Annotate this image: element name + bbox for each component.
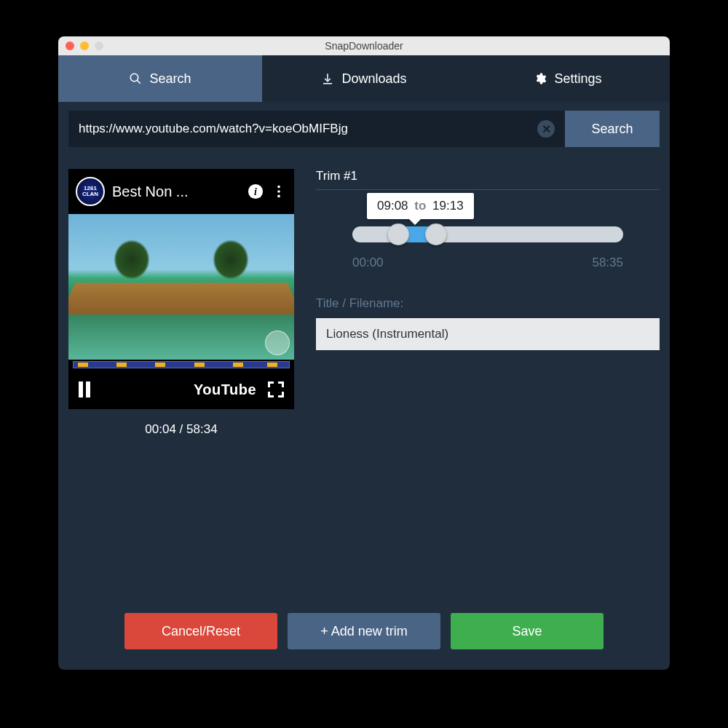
youtube-logo[interactable]: YouTube (194, 381, 256, 398)
main-tabs: Search Downloads Settings (58, 55, 670, 102)
trim-from-value: 09:08 (377, 199, 408, 213)
window-title: SnapDownloader (58, 40, 670, 52)
trim-slider-labels: 00:00 58:35 (352, 256, 623, 270)
svg-text:i: i (254, 186, 257, 197)
titlebar: SnapDownloader (58, 36, 670, 55)
info-icon[interactable]: i (248, 183, 264, 199)
more-icon[interactable] (271, 183, 287, 199)
footer-actions: Cancel/Reset + Add new trim Save (58, 597, 670, 670)
video-progress[interactable] (68, 360, 294, 370)
video-player[interactable]: 1261CLAN Best Non ... i (68, 169, 294, 409)
trim-range-tooltip: 09:08 to 19:13 (367, 193, 474, 219)
tab-search-label: Search (149, 71, 191, 87)
clear-url-button[interactable]: ✕ (537, 120, 555, 138)
close-icon: ✕ (542, 122, 551, 136)
svg-point-4 (277, 186, 280, 189)
tab-downloads[interactable]: Downloads (262, 55, 466, 102)
search-icon (129, 72, 142, 85)
player-controls: YouTube (68, 370, 294, 409)
svg-point-5 (277, 190, 280, 193)
gear-icon (534, 72, 547, 85)
search-bar: ✕ Search (68, 111, 660, 147)
trim-end-label: 58:35 (592, 256, 623, 270)
trim-handle-end[interactable] (425, 223, 447, 245)
trim-panel: Trim #1 09:08 to 19:13 00:00 58:35 Title (316, 169, 660, 597)
video-time-text: 00:04 / 58:34 (68, 422, 294, 437)
channel-avatar[interactable]: 1261CLAN (76, 177, 105, 206)
svg-line-1 (138, 80, 141, 84)
download-icon (321, 72, 334, 85)
content-area: 1261CLAN Best Non ... i (58, 154, 670, 597)
video-preview-column: 1261CLAN Best Non ... i (68, 169, 294, 597)
svg-point-6 (277, 195, 280, 198)
video-title: Best Non ... (112, 183, 240, 200)
trim-slider-track[interactable] (352, 226, 623, 242)
trim-handle-start[interactable] (387, 223, 409, 245)
url-input[interactable] (79, 122, 537, 136)
cancel-reset-button[interactable]: Cancel/Reset (124, 613, 277, 649)
player-header: 1261CLAN Best Non ... i (68, 169, 294, 214)
svg-point-0 (131, 74, 139, 82)
title-field-label: Title / Filename: (316, 296, 660, 311)
add-new-trim-button[interactable]: + Add new trim (288, 613, 440, 649)
fullscreen-icon[interactable] (268, 381, 284, 397)
trim-to-value: 19:13 (432, 199, 464, 213)
save-button[interactable]: Save (451, 613, 604, 649)
trim-slider-area: 09:08 to 19:13 00:00 58:35 (316, 226, 660, 270)
tab-settings[interactable]: Settings (466, 55, 670, 102)
video-thumbnail[interactable] (68, 214, 294, 360)
search-button[interactable]: Search (565, 111, 660, 147)
tab-downloads-label: Downloads (341, 71, 406, 87)
tab-settings-label: Settings (554, 71, 601, 87)
app-window: SnapDownloader Search Downloads Settings… (58, 36, 670, 670)
channel-watermark-icon (265, 331, 290, 355)
pause-icon[interactable] (79, 381, 90, 397)
title-input[interactable] (316, 318, 660, 350)
trim-heading: Trim #1 (316, 169, 660, 190)
trim-to-label: to (414, 199, 426, 213)
trim-start-label: 00:00 (352, 256, 384, 270)
url-input-wrap: ✕ (68, 111, 565, 147)
tab-search[interactable]: Search (58, 55, 262, 102)
thumbnail-art (114, 240, 249, 280)
thumbnail-art-ground (68, 283, 294, 314)
